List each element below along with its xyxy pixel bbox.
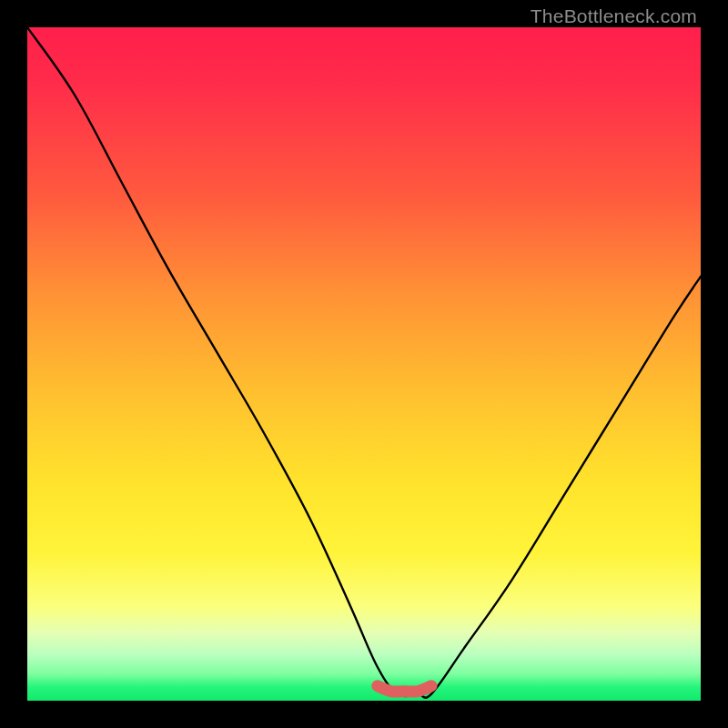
curve-line <box>27 27 701 698</box>
plot-area <box>27 27 701 701</box>
chart-svg <box>27 27 701 701</box>
chart-frame: TheBottleneck.com <box>0 0 728 728</box>
highlight-segment <box>378 686 431 692</box>
watermark-text: TheBottleneck.com <box>531 5 697 27</box>
